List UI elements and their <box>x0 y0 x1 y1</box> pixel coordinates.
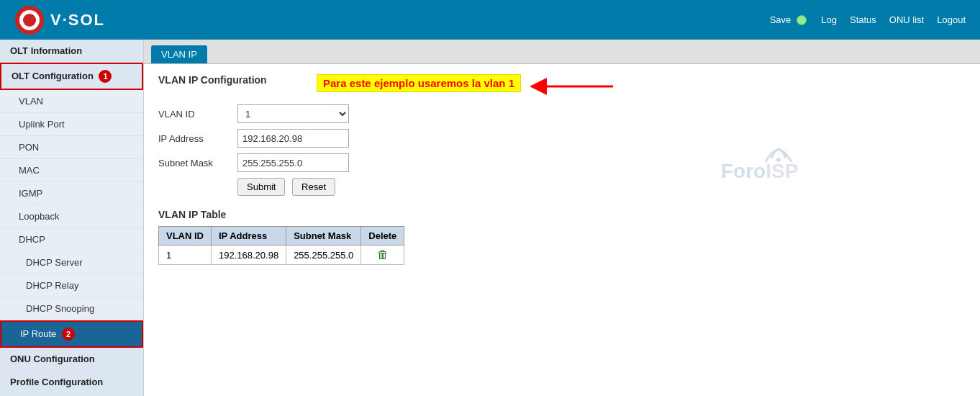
vlan-id-row: VLAN ID 1 <box>158 104 966 123</box>
vlan-table-title: VLAN IP Table <box>158 209 966 220</box>
cell-ip-address: 192.168.20.98 <box>212 246 286 265</box>
header-save-area: Save <box>770 14 807 25</box>
tab-vlan-ip[interactable]: VLAN IP <box>151 45 207 63</box>
col-delete: Delete <box>361 227 404 246</box>
logo-area: V·SOL <box>14 5 105 35</box>
logout-link[interactable]: Logout <box>937 14 966 25</box>
sidebar-item-dhcp[interactable]: DHCP <box>0 228 143 251</box>
vlan-id-label: VLAN ID <box>158 109 237 120</box>
sidebar-item-dhcp-relay[interactable]: DHCP Relay <box>0 274 143 297</box>
badge-1: 1 <box>99 70 112 83</box>
subnet-mask-row: Subnet Mask <box>158 153 966 172</box>
sidebar-item-onu-configuration[interactable]: ONU Configuration <box>0 348 143 371</box>
onu-list-link[interactable]: ONU list <box>889 14 924 25</box>
ip-address-input[interactable] <box>237 129 349 148</box>
log-link[interactable]: Log <box>821 14 837 25</box>
submit-button[interactable]: Submit <box>237 178 285 196</box>
sidebar-item-igmp[interactable]: IGMP <box>0 182 143 205</box>
col-vlan-id: VLAN ID <box>159 227 212 246</box>
main-container: OLT Information OLT Configuration 1 VLAN… <box>0 40 980 396</box>
logo-text: V·SOL <box>50 11 105 30</box>
annotation-text: Para este ejemplo usaremos la vlan 1 <box>317 74 521 92</box>
vlan-id-select[interactable]: 1 <box>237 104 349 123</box>
tab-bar: VLAN IP <box>144 40 980 64</box>
header-right: Save Log Status ONU list Logout <box>770 14 966 25</box>
cell-vlan-id: 1 <box>159 246 212 265</box>
badge-2: 2 <box>62 328 75 341</box>
sidebar-item-loopback[interactable]: Loopback <box>0 205 143 228</box>
subnet-mask-label: Subnet Mask <box>158 158 237 168</box>
sidebar-item-olt-information[interactable]: OLT Information <box>0 40 143 63</box>
header: V·SOL Save Log Status ONU list Logout <box>0 0 980 40</box>
cell-subnet-mask: 255.255.255.0 <box>286 246 361 265</box>
sidebar-item-profile-configuration[interactable]: Profile Configuration <box>0 371 143 394</box>
cell-delete[interactable]: 🗑 <box>361 246 404 265</box>
sidebar-item-vlan[interactable]: VLAN <box>0 90 143 113</box>
delete-button[interactable]: 🗑 <box>377 248 389 261</box>
form-buttons: Submit Reset <box>237 178 966 196</box>
save-label[interactable]: Save <box>770 14 791 25</box>
header-nav: Log Status ONU list Logout <box>821 14 966 25</box>
reset-button[interactable]: Reset <box>292 178 335 196</box>
col-subnet-mask: Subnet Mask <box>286 227 361 246</box>
sidebar-item-mac[interactable]: MAC <box>0 159 143 182</box>
sidebar-item-pon[interactable]: PON <box>0 136 143 159</box>
table-row: 1 192.168.20.98 255.255.255.0 🗑 <box>159 246 404 265</box>
status-link[interactable]: Status <box>850 14 876 25</box>
sidebar-item-ip-route[interactable]: IP Route 2 <box>0 320 143 348</box>
subnet-mask-input[interactable] <box>237 153 349 172</box>
sidebar: OLT Information OLT Configuration 1 VLAN… <box>0 40 144 396</box>
content-body: VLAN IP Configuration Para este ejemplo … <box>144 64 980 275</box>
sidebar-item-dhcp-server[interactable]: DHCP Server <box>0 251 143 274</box>
sidebar-item-dhcp-snooping[interactable]: DHCP Snooping <box>0 297 143 320</box>
sidebar-item-uplink-port[interactable]: Uplink Port <box>0 113 143 136</box>
col-ip-address: IP Address <box>212 227 286 246</box>
sidebar-item-olt-configuration[interactable]: OLT Configuration 1 <box>0 63 143 90</box>
vlan-ip-table: VLAN ID IP Address Subnet Mask Delete 1 … <box>158 226 404 265</box>
status-indicator <box>797 15 807 25</box>
ip-address-label: IP Address <box>158 133 237 144</box>
ip-address-row: IP Address <box>158 129 966 148</box>
svg-point-2 <box>23 14 36 27</box>
section-title: VLAN IP Configuration <box>158 74 273 86</box>
vsol-logo-icon <box>14 5 45 35</box>
red-arrow-icon <box>527 76 620 97</box>
content-area: VLAN IP VLAN IP Configuration Para este … <box>144 40 980 396</box>
